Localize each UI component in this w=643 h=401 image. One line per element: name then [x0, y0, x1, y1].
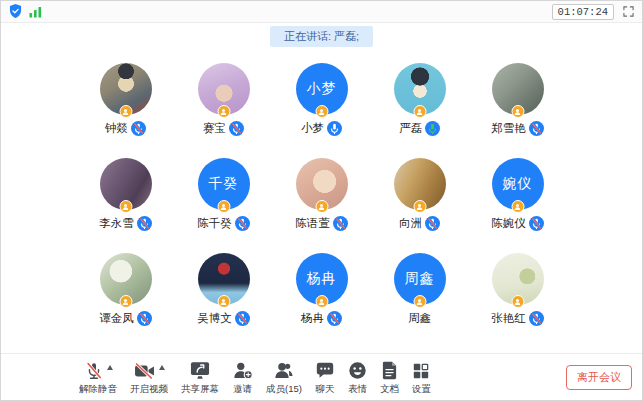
participant-name: 小梦 [301, 121, 324, 136]
chat-icon [315, 361, 335, 380]
participant-badge-icon [413, 295, 426, 308]
meeting-timer: 01:07:24 [552, 4, 614, 20]
emoji-button[interactable]: 表情 [348, 361, 367, 394]
mic-status-icon [229, 121, 244, 136]
participant-tile[interactable]: 周鑫 周鑫 [388, 253, 452, 326]
participant-tile[interactable]: 千癸 陈千癸 [192, 158, 256, 231]
participant-badge-icon [217, 200, 230, 213]
participant-avatar: 婉仪 [492, 158, 544, 210]
participant-avatar [296, 158, 348, 210]
participant-tile[interactable]: 陈语萱 [290, 158, 354, 231]
participant-name: 郑雪艳 [491, 121, 526, 136]
members-button[interactable]: 成员(15) [266, 361, 302, 394]
fullscreen-button[interactable] [623, 6, 634, 17]
participant-badge-icon [511, 200, 524, 213]
tool-label: 文档 [380, 384, 399, 394]
mic-status-icon [529, 121, 544, 136]
invite-button[interactable]: 邀请 [232, 361, 253, 394]
participant-badge-icon [413, 105, 426, 118]
network-signal-icon[interactable] [29, 6, 42, 18]
participant-name: 杨冉 [301, 311, 324, 326]
participant-tile[interactable]: 张艳红 [486, 253, 550, 326]
participant-badge-icon [119, 295, 132, 308]
mic-status-icon [425, 216, 440, 231]
start-video-button[interactable]: 开启视频 [130, 361, 168, 394]
tool-label: 共享屏幕 [181, 384, 219, 394]
avatar-initials: 周鑫 [405, 270, 435, 288]
document-icon [381, 361, 398, 380]
settings-button[interactable]: 设置 [412, 361, 431, 394]
emoji-icon [348, 361, 367, 380]
participant-avatar [394, 158, 446, 210]
security-shield-icon[interactable] [9, 4, 22, 19]
mic-status-icon [327, 311, 342, 326]
participant-tile[interactable]: 谭金凤 [94, 253, 158, 326]
titlebar: 01:07:24 [1, 1, 642, 23]
camera-off-icon [133, 362, 156, 380]
participant-badge-icon [315, 200, 328, 213]
settings-icon [412, 362, 430, 380]
caret-up-icon[interactable] [159, 365, 165, 370]
participant-name: 钟燚 [105, 121, 128, 136]
participant-tile[interactable]: 吴博文 [192, 253, 256, 326]
unmute-button[interactable]: 解除静音 [79, 361, 117, 394]
participant-tile[interactable]: 赛宝 [192, 63, 256, 136]
participant-name: 吴博文 [197, 311, 232, 326]
mic-status-icon [235, 311, 250, 326]
tool-label: 设置 [412, 384, 431, 394]
mic-status-icon [137, 216, 152, 231]
participant-tile[interactable]: 郑雪艳 [486, 63, 550, 136]
tool-label: 开启视频 [130, 384, 168, 394]
participant-avatar: 杨冉 [296, 253, 348, 305]
participant-avatar [100, 63, 152, 115]
participant-tile[interactable]: 婉仪 陈婉仪 [486, 158, 550, 231]
participant-name: 李永雪 [99, 216, 134, 231]
participant-tile[interactable]: 杨冉 杨冉 [290, 253, 354, 326]
participant-tile[interactable]: 李永雪 [94, 158, 158, 231]
toolbar: 解除静音 开启视频 [1, 353, 642, 400]
tool-label: 解除静音 [79, 384, 117, 394]
participant-badge-icon [413, 200, 426, 213]
participant-name: 陈语萱 [295, 216, 330, 231]
participant-grid: 钟燚 [1, 63, 642, 326]
participant-avatar [394, 63, 446, 115]
caret-up-icon[interactable] [107, 365, 113, 370]
participant-badge-icon [217, 105, 230, 118]
invite-icon [232, 361, 253, 380]
mic-status-icon [333, 216, 348, 231]
participant-name: 严磊 [399, 121, 422, 136]
mic-muted-icon [84, 361, 104, 381]
participant-name: 向洲 [399, 216, 422, 231]
participant-tile[interactable]: 小梦 小梦 [290, 63, 354, 136]
participant-avatar: 千癸 [198, 158, 250, 210]
participant-avatar: 周鑫 [394, 253, 446, 305]
participant-row: 谭金凤 [1, 253, 642, 326]
chat-button[interactable]: 聊天 [315, 361, 335, 394]
participant-avatar: 小梦 [296, 63, 348, 115]
participant-name: 赛宝 [203, 121, 226, 136]
participant-avatar [492, 63, 544, 115]
participant-tile[interactable]: 钟燚 [94, 63, 158, 136]
tool-label: 邀请 [233, 384, 252, 394]
mic-status-icon [529, 311, 544, 326]
participant-row: 李永雪 [1, 158, 642, 231]
participant-badge-icon [315, 105, 328, 118]
participant-name: 谭金凤 [99, 311, 134, 326]
meeting-window: 01:07:24 正在讲话: 严磊; 钟燚 [0, 0, 643, 401]
mic-status-icon [235, 216, 250, 231]
members-icon [273, 361, 294, 380]
avatar-initials: 小梦 [307, 80, 337, 98]
participant-tile[interactable]: 向洲 [388, 158, 452, 231]
participant-tile[interactable]: 严磊 [388, 63, 452, 136]
mic-status-icon [529, 216, 544, 231]
tool-label: 聊天 [315, 384, 334, 394]
participant-name: 张艳红 [491, 311, 526, 326]
participant-avatar [198, 253, 250, 305]
docs-button[interactable]: 文档 [380, 361, 399, 394]
share-screen-button[interactable]: 共享屏幕 [181, 361, 219, 394]
avatar-initials: 婉仪 [503, 175, 533, 193]
leave-meeting-button[interactable]: 离开会议 [566, 365, 632, 390]
participant-avatar [100, 253, 152, 305]
participant-badge-icon [217, 295, 230, 308]
participant-badge-icon [119, 200, 132, 213]
